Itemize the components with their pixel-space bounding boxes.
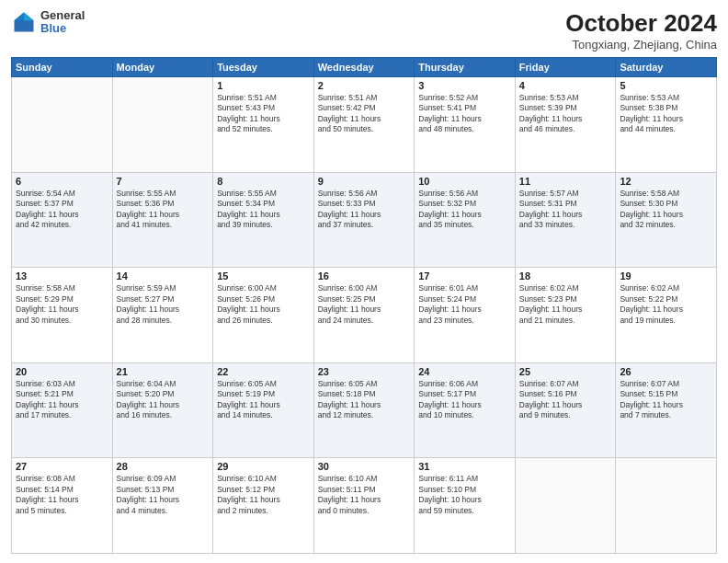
cell-info: Sunrise: 5:52 AM Sunset: 5:41 PM Dayligh… [418,93,511,135]
day-number: 6 [16,176,108,187]
calendar-cell: 17Sunrise: 6:01 AM Sunset: 5:24 PM Dayli… [415,268,516,363]
day-number: 2 [318,80,411,91]
logo-icon [11,9,37,35]
calendar-cell: 22Sunrise: 6:05 AM Sunset: 5:19 PM Dayli… [213,362,314,458]
cell-info: Sunrise: 6:05 AM Sunset: 5:18 PM Dayligh… [318,379,411,421]
day-number: 21 [117,366,210,377]
day-number: 12 [620,176,712,187]
day-number: 28 [117,461,210,472]
calendar-cell: 31Sunrise: 6:11 AM Sunset: 5:10 PM Dayli… [415,458,516,554]
cell-info: Sunrise: 6:03 AM Sunset: 5:21 PM Dayligh… [16,379,108,421]
day-number: 27 [16,461,108,472]
calendar-cell: 1Sunrise: 5:51 AM Sunset: 5:43 PM Daylig… [213,77,314,173]
calendar-cell: 8Sunrise: 5:55 AM Sunset: 5:34 PM Daylig… [213,172,314,268]
calendar-cell: 11Sunrise: 5:57 AM Sunset: 5:31 PM Dayli… [515,172,616,268]
day-number: 26 [620,366,712,377]
day-number: 20 [16,366,108,377]
calendar-cell: 4Sunrise: 5:53 AM Sunset: 5:39 PM Daylig… [515,77,616,173]
weekday-header-sunday: Sunday [12,58,113,77]
cell-info: Sunrise: 5:58 AM Sunset: 5:29 PM Dayligh… [16,283,108,326]
day-number: 31 [418,461,511,472]
cell-info: Sunrise: 5:53 AM Sunset: 5:39 PM Dayligh… [519,93,612,135]
calendar-cell: 16Sunrise: 6:00 AM Sunset: 5:25 PM Dayli… [313,268,415,363]
cell-info: Sunrise: 6:08 AM Sunset: 5:14 PM Dayligh… [16,474,108,516]
cell-info: Sunrise: 5:56 AM Sunset: 5:32 PM Dayligh… [418,189,511,231]
cell-info: Sunrise: 5:51 AM Sunset: 5:43 PM Dayligh… [217,93,310,135]
day-number: 29 [217,461,310,472]
weekday-header-wednesday: Wednesday [313,58,415,77]
day-number: 17 [418,270,511,282]
logo: General Blue [11,9,85,36]
day-number: 30 [318,461,411,472]
calendar-cell [616,458,717,554]
day-number: 19 [620,270,712,282]
cell-info: Sunrise: 6:09 AM Sunset: 5:13 PM Dayligh… [117,474,210,516]
cell-info: Sunrise: 6:01 AM Sunset: 5:24 PM Dayligh… [418,283,511,326]
cell-info: Sunrise: 5:54 AM Sunset: 5:37 PM Dayligh… [16,189,108,231]
calendar-cell: 18Sunrise: 6:02 AM Sunset: 5:23 PM Dayli… [515,268,616,363]
calendar-cell: 24Sunrise: 6:06 AM Sunset: 5:17 PM Dayli… [415,362,516,458]
day-number: 22 [217,366,310,377]
calendar-week-row: 6Sunrise: 5:54 AM Sunset: 5:37 PM Daylig… [12,172,717,268]
cell-info: Sunrise: 6:06 AM Sunset: 5:17 PM Dayligh… [418,379,511,421]
location: Tongxiang, Zhejiang, China [565,38,717,52]
calendar-week-row: 13Sunrise: 5:58 AM Sunset: 5:29 PM Dayli… [12,268,717,363]
cell-info: Sunrise: 5:55 AM Sunset: 5:34 PM Dayligh… [217,189,310,231]
day-number: 3 [418,80,511,91]
cell-info: Sunrise: 6:02 AM Sunset: 5:22 PM Dayligh… [620,283,712,326]
cell-info: Sunrise: 6:07 AM Sunset: 5:15 PM Dayligh… [620,379,712,421]
calendar-cell: 10Sunrise: 5:56 AM Sunset: 5:32 PM Dayli… [415,172,516,268]
calendar-cell: 28Sunrise: 6:09 AM Sunset: 5:13 PM Dayli… [112,458,213,554]
calendar-cell [12,77,113,173]
day-number: 1 [217,80,310,91]
logo-general: General [40,9,85,22]
calendar-cell [112,77,213,173]
calendar-cell [515,458,616,554]
calendar-cell: 20Sunrise: 6:03 AM Sunset: 5:21 PM Dayli… [12,362,113,458]
cell-info: Sunrise: 6:10 AM Sunset: 5:12 PM Dayligh… [217,474,310,516]
calendar-cell: 3Sunrise: 5:52 AM Sunset: 5:41 PM Daylig… [415,77,516,173]
day-number: 18 [519,270,612,282]
cell-info: Sunrise: 6:10 AM Sunset: 5:11 PM Dayligh… [318,474,411,516]
cell-info: Sunrise: 6:11 AM Sunset: 5:10 PM Dayligh… [418,474,511,516]
calendar-cell: 15Sunrise: 6:00 AM Sunset: 5:26 PM Dayli… [213,268,314,363]
month-title: October 2024 [565,9,717,38]
cell-info: Sunrise: 5:58 AM Sunset: 5:30 PM Dayligh… [620,189,712,231]
cell-info: Sunrise: 5:53 AM Sunset: 5:38 PM Dayligh… [620,93,712,135]
calendar-cell: 26Sunrise: 6:07 AM Sunset: 5:15 PM Dayli… [616,362,717,458]
calendar-cell: 2Sunrise: 5:51 AM Sunset: 5:42 PM Daylig… [313,77,415,173]
calendar-cell: 27Sunrise: 6:08 AM Sunset: 5:14 PM Dayli… [12,458,113,554]
calendar-cell: 13Sunrise: 5:58 AM Sunset: 5:29 PM Dayli… [12,268,113,363]
cell-info: Sunrise: 5:51 AM Sunset: 5:42 PM Dayligh… [318,93,411,135]
weekday-header-monday: Monday [112,58,213,77]
day-number: 24 [418,366,511,377]
day-number: 9 [318,176,411,187]
day-number: 4 [519,80,612,91]
calendar-cell: 29Sunrise: 6:10 AM Sunset: 5:12 PM Dayli… [213,458,314,554]
cell-info: Sunrise: 5:55 AM Sunset: 5:36 PM Dayligh… [117,189,210,231]
calendar-week-row: 1Sunrise: 5:51 AM Sunset: 5:43 PM Daylig… [12,77,717,173]
cell-info: Sunrise: 5:59 AM Sunset: 5:27 PM Dayligh… [117,283,210,326]
cell-info: Sunrise: 5:57 AM Sunset: 5:31 PM Dayligh… [519,189,612,231]
title-block: October 2024 Tongxiang, Zhejiang, China [565,9,717,52]
cell-info: Sunrise: 6:07 AM Sunset: 5:16 PM Dayligh… [519,379,612,421]
day-number: 13 [16,270,108,282]
calendar-week-row: 20Sunrise: 6:03 AM Sunset: 5:21 PM Dayli… [12,362,717,458]
day-number: 23 [318,366,411,377]
weekday-header-friday: Friday [515,58,616,77]
day-number: 8 [217,176,310,187]
calendar-cell: 12Sunrise: 5:58 AM Sunset: 5:30 PM Dayli… [616,172,717,268]
weekday-header-tuesday: Tuesday [213,58,314,77]
svg-marker-1 [24,13,34,21]
calendar-week-row: 27Sunrise: 6:08 AM Sunset: 5:14 PM Dayli… [12,458,717,554]
svg-marker-2 [15,13,25,21]
header: General Blue October 2024 Tongxiang, Zhe… [11,9,717,52]
weekday-header-thursday: Thursday [415,58,516,77]
calendar-cell: 21Sunrise: 6:04 AM Sunset: 5:20 PM Dayli… [112,362,213,458]
day-number: 7 [117,176,210,187]
calendar-cell: 23Sunrise: 6:05 AM Sunset: 5:18 PM Dayli… [313,362,415,458]
logo-blue: Blue [40,22,85,35]
day-number: 11 [519,176,612,187]
calendar: SundayMondayTuesdayWednesdayThursdayFrid… [11,57,717,554]
cell-info: Sunrise: 5:56 AM Sunset: 5:33 PM Dayligh… [318,189,411,231]
